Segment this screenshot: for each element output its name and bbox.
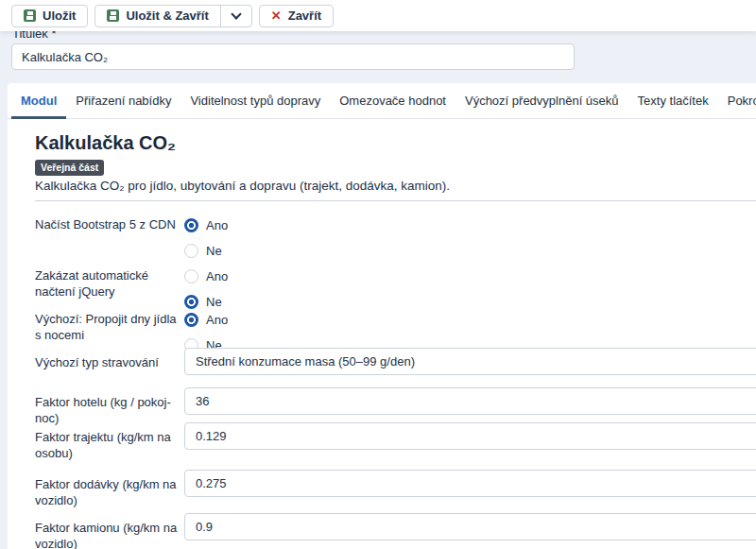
toolbar: Uložit Uložit & Zavřít ✕ Zavřít	[0, 0, 756, 31]
van-factor-input[interactable]	[184, 470, 756, 497]
module-description: Kalkulačka CO₂ pro jídlo, ubytování a do…	[35, 179, 450, 193]
ferry-factor-label: Faktor trajektu (kg/km na osobu)	[35, 429, 183, 461]
tab-prirazeni-nabidky[interactable]: Přiřazení nabídky	[66, 83, 180, 118]
radio-unchecked-icon[interactable]	[184, 269, 198, 283]
tab-omezovace-hodnot[interactable]: Omezovače hodnot	[330, 83, 455, 118]
module-heading: Kalkulačka CO₂	[35, 132, 176, 154]
tab-texty-tlacitek[interactable]: Texty tlačítek	[628, 83, 718, 118]
default-diet-type-control: Střední konzumace masa (50–99 g/den)	[184, 348, 756, 375]
hotel-factor-control	[184, 387, 756, 415]
tab-vychozi-predvyplneni-useku[interactable]: Výchozí předvyplnění úseků	[455, 83, 628, 118]
disable-jquery-option-ne[interactable]: Ne	[184, 292, 756, 312]
van-factor-control	[184, 470, 756, 497]
radio-option-label: Ne	[206, 295, 222, 309]
hotel-factor-input[interactable]	[184, 387, 756, 415]
tab-pokrocile[interactable]: Pokročilé	[718, 83, 756, 118]
hotel-factor-label: Faktor hotelu (kg / pokoj-noc)	[35, 394, 183, 426]
close-button-label: Zavřít	[288, 9, 321, 23]
truck-factor-control	[184, 513, 756, 540]
save-close-button[interactable]: Uložit & Zavřít	[95, 6, 219, 26]
save-button-label: Uložit	[43, 9, 76, 23]
save-icon	[24, 9, 36, 22]
link-meal-days-nights-option-ano[interactable]: Ano	[184, 310, 756, 330]
truck-factor-input[interactable]	[184, 513, 756, 540]
radio-checked-icon[interactable]	[184, 313, 198, 327]
truck-factor-label: Faktor kamionu (kg/km na vozidlo)	[35, 520, 183, 549]
radio-option-label: Ano	[206, 269, 228, 283]
divider	[35, 200, 756, 201]
default-diet-type-label: Výchozí typ stravování	[35, 354, 183, 370]
save-icon	[107, 9, 119, 22]
save-close-button-label: Uložit & Zavřít	[126, 9, 208, 23]
tab-bar: ModulPřiřazení nabídkyViditelnost typů d…	[8, 83, 756, 119]
save-options-dropdown-toggle[interactable]	[220, 6, 251, 26]
load-bootstrap-option-ano[interactable]: Ano	[184, 215, 756, 235]
link-meal-days-nights-label: Výchozí: Propojit dny jídla s nocemi	[35, 311, 183, 343]
van-factor-label: Faktor dodávky (kg/km na vozidlo)	[35, 476, 183, 508]
radio-checked-icon[interactable]	[184, 218, 198, 232]
public-part-badge: Veřejná část	[35, 160, 104, 176]
radio-option-label: Ano	[206, 218, 228, 232]
default-diet-type-select[interactable]: Střední konzumace masa (50–99 g/den)	[184, 348, 756, 375]
radio-option-label: Ne	[206, 244, 222, 258]
load-bootstrap-label: Načíst Bootstrap 5 z CDN	[35, 216, 183, 232]
close-icon: ✕	[271, 9, 282, 22]
tab-viditelnost-typu-dopravy[interactable]: Viditelnost typů dopravy	[180, 83, 330, 118]
tab-modul[interactable]: Modul	[11, 83, 66, 118]
radio-unchecked-icon[interactable]	[184, 244, 198, 258]
ferry-factor-control	[184, 422, 756, 450]
chevron-down-icon	[231, 9, 241, 19]
close-button[interactable]: ✕ Zavřít	[259, 5, 334, 27]
radio-checked-icon[interactable]	[184, 295, 198, 309]
save-button[interactable]: Uložit	[11, 5, 88, 27]
disable-jquery-option-ano[interactable]: Ano	[184, 266, 756, 286]
load-bootstrap-control: AnoNe	[184, 215, 756, 266]
load-bootstrap-option-ne[interactable]: Ne	[184, 241, 756, 261]
radio-option-label: Ano	[206, 313, 228, 327]
save-close-button-group: Uložit & Zavřít	[94, 5, 251, 27]
module-edit-card: ModulPřiřazení nabídkyViditelnost typů d…	[8, 83, 756, 549]
title-input[interactable]	[11, 43, 575, 70]
disable-jquery-label: Zakázat automatické načtení jQuery	[35, 267, 183, 300]
ferry-factor-input[interactable]	[184, 422, 756, 450]
